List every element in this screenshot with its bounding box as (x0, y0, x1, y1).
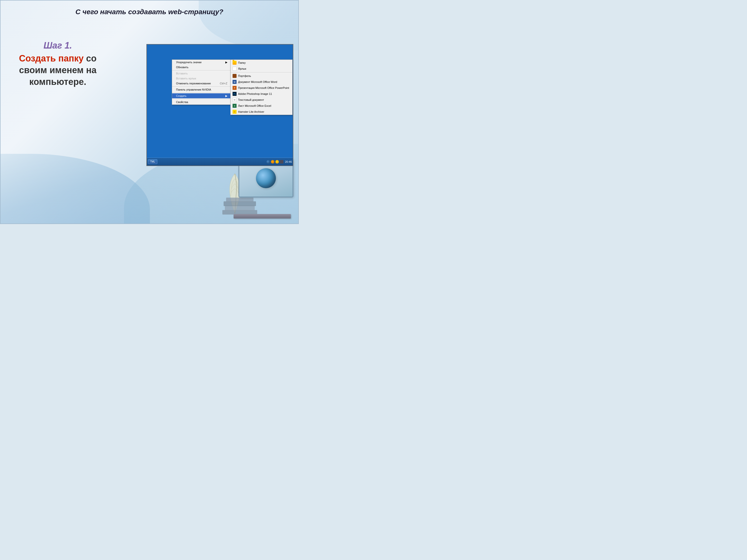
folder-icon (233, 61, 236, 65)
shortcut-icon (233, 67, 236, 71)
submenu-label-archiver: Hamster Lite Archiver (238, 110, 264, 113)
txt-icon: txt (233, 98, 236, 102)
submenu-item-archiver[interactable]: H Hamster Lite Archiver (231, 109, 292, 115)
laptop-base (234, 214, 291, 218)
ppt-icon: P (233, 86, 236, 90)
taskbar-left: TML (148, 159, 157, 164)
submenu-item-excel[interactable]: X Лист Microsoft Office Excel (231, 103, 292, 109)
ctx-separator-2 (172, 86, 231, 87)
slide-title: С чего начать создавать web-страницу? (0, 8, 298, 16)
submenu-item-word[interactable]: W Документ Microsoft Office Word (231, 79, 292, 85)
submenu-item-txt[interactable]: txt Текстовый документ (231, 97, 292, 103)
context-menu: Упорядочить значки Обновить Вставить Вст… (172, 59, 232, 105)
submenu-label-shortcut: Ярлык (238, 67, 246, 70)
ctx-item-nvidia[interactable]: Панель управления NVIDIA (172, 87, 231, 92)
briefcase-icon (233, 74, 236, 78)
submenu-item-ppt[interactable]: P Презентация Microsoft Office PowerPoin… (231, 85, 292, 91)
taskbar-clock: 20:46 (285, 160, 292, 163)
excel-icon: X (233, 104, 236, 108)
ctx-separator-1 (172, 70, 231, 71)
submenu-label-txt: Текстовый документ (238, 98, 264, 101)
step-text: Создать папку со своим именем на компьют… (10, 53, 105, 88)
submenu-item-folder[interactable]: Папку (231, 60, 292, 66)
submenu-label-excel: Лист Microsoft Office Excel (238, 104, 271, 107)
submenu-label-ppt: Презентация Microsoft Office PowerPoint (238, 86, 289, 89)
ctx-item-properties[interactable]: Свойства (172, 100, 231, 105)
ctx-item-undo[interactable]: Отменить переименование Ctrl+Z (172, 81, 231, 86)
taskbar-html-button[interactable]: TML (148, 159, 157, 164)
taskbar: TML 20:46 (147, 158, 293, 165)
desktop-screenshot: Упорядочить значки Обновить Вставить Вст… (147, 44, 293, 166)
submenu-item-photoshop[interactable]: Ps Adobe Photoshop Image 11 (231, 91, 292, 97)
photoshop-icon: Ps (233, 92, 236, 96)
submenu-label-folder: Папку (238, 61, 246, 64)
step-label: Шаг 1. (10, 40, 105, 51)
ctx-separator-3 (172, 92, 231, 93)
submenu-item-shortcut[interactable]: Ярлык (231, 66, 292, 72)
ctx-item-arrange[interactable]: Упорядочить значки (172, 60, 231, 65)
tray-icon-3 (275, 160, 279, 163)
taskbar-right: 20:46 (266, 160, 292, 163)
left-content: Шаг 1. Создать папку со своим именем на … (10, 40, 105, 88)
tray-icon-4 (280, 160, 283, 163)
step-text-highlight: Создать папку (19, 53, 84, 63)
tray-icon-1 (266, 160, 270, 163)
ctx-item-refresh[interactable]: Обновить (172, 65, 231, 70)
ctx-item-create[interactable]: Создать (172, 93, 231, 98)
archive-icon: H (233, 110, 236, 114)
submenu-label-photoshop: Adobe Photoshop Image 11 (238, 92, 272, 95)
tray-icon-2 (271, 160, 275, 163)
system-tray (266, 160, 283, 163)
word-icon: W (233, 80, 236, 84)
slide: С чего начать создавать web-страницу? Ша… (0, 0, 299, 224)
laptop-decoration (214, 159, 293, 218)
ctx-item-paste: Вставить (172, 71, 231, 76)
submenu-separator-1 (231, 72, 292, 73)
submenu-label-briefcase: Портфель (238, 74, 251, 77)
submenu-item-briefcase[interactable]: Портфель (231, 73, 292, 79)
globe-decoration (256, 168, 276, 188)
submenu-label-word: Документ Microsoft Office Word (238, 80, 277, 83)
ctx-item-paste-shortcut: Вставить ярлык (172, 76, 231, 81)
submenu-create: Папку Ярлык Портфель W Документ Microsof… (230, 59, 292, 115)
